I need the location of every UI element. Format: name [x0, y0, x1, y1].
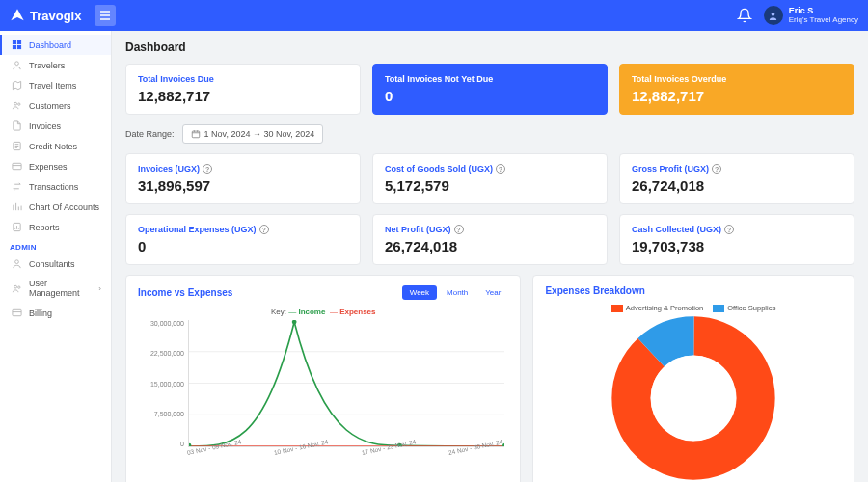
brand-logo[interactable]: Travogix: [10, 8, 81, 23]
chevron-right-icon: ›: [98, 284, 101, 293]
sidebar-item-consultants[interactable]: Consultants: [0, 254, 111, 274]
sidebar: Dashboard Travelers Travel Items Custome…: [0, 31, 112, 482]
svg-point-7: [18, 103, 20, 105]
income-vs-expenses-card: Income vs Expenses Week Month Year Key: …: [125, 275, 521, 482]
x-axis-labels: 03 Nov - 09 Nov, 24 10 Nov - 16 Nov, 24 …: [188, 449, 504, 465]
sidebar-label: Credit Notes: [29, 142, 77, 151]
grid-icon: [12, 40, 22, 50]
sidebar-item-billing[interactable]: Billing: [0, 303, 111, 323]
svg-rect-2: [17, 40, 20, 43]
brand-icon: [10, 8, 25, 23]
hamburger-icon: [99, 11, 111, 20]
help-icon[interactable]: ?: [496, 164, 505, 174]
chart-legend: Key: — Income — Expenses: [138, 308, 508, 316]
menu-toggle-button[interactable]: [95, 5, 116, 26]
note-icon: [12, 141, 22, 151]
chart-title: Expenses Breakdown: [545, 285, 644, 296]
swap-icon: [12, 181, 22, 192]
sidebar-item-travelers[interactable]: Travelers: [0, 55, 111, 75]
sidebar-item-expenses[interactable]: Expenses: [0, 156, 111, 176]
topbar: Travogix Eric S Eriq's Travel Agency: [0, 0, 868, 31]
donut-legend: Advertising & Promotion Office Supplies: [545, 304, 842, 312]
chart-tab-year[interactable]: Year: [477, 285, 508, 300]
card-value: 5,172,579: [385, 177, 595, 194]
sidebar-section-admin: ADMIN: [0, 237, 111, 254]
sidebar-item-invoices[interactable]: Invoices: [0, 116, 111, 136]
main-content: Dashboard Total Invoices Due 12,882,717 …: [112, 31, 868, 482]
chart-title: Income vs Expenses: [138, 287, 232, 298]
svg-point-13: [18, 285, 20, 287]
sidebar-item-travel-items[interactable]: Travel Items: [0, 75, 111, 95]
date-range-row: Date Range: 1 Nov, 2024 → 30 Nov, 2024: [125, 124, 854, 144]
card-invoices: Invoices (UGX)?31,896,597: [125, 153, 361, 204]
chart-icon: [12, 201, 22, 212]
sidebar-item-customers[interactable]: Customers: [0, 95, 111, 116]
sidebar-label: Chart Of Accounts: [29, 202, 99, 212]
card-label: Total Invoices Due: [138, 74, 348, 84]
avatar: [764, 6, 783, 25]
sidebar-label: User Management: [29, 279, 92, 298]
svg-point-19: [189, 443, 191, 446]
sidebar-item-dashboard[interactable]: Dashboard: [0, 35, 111, 55]
file-icon: [12, 120, 22, 131]
svg-point-11: [15, 260, 19, 264]
donut-chart: [545, 316, 842, 480]
sidebar-item-credit-notes[interactable]: Credit Notes: [0, 136, 111, 156]
help-icon[interactable]: ?: [712, 164, 721, 174]
card-label: Operational Expenses (UGX): [138, 225, 257, 234]
card-value: 26,724,018: [385, 238, 595, 254]
user-menu[interactable]: Eric S Eriq's Travel Agency: [764, 6, 858, 25]
card-value: 26,724,018: [632, 177, 842, 194]
help-icon[interactable]: ?: [454, 225, 464, 234]
svg-rect-1: [13, 40, 15, 43]
sidebar-label: Transactions: [29, 182, 78, 192]
help-icon[interactable]: ?: [724, 225, 734, 234]
card-label: Cost of Goods Sold (UGX): [385, 164, 493, 174]
sidebar-label: Billing: [29, 308, 52, 318]
notifications-icon[interactable]: [737, 8, 752, 23]
card-total-invoices-due: Total Invoices Due 12,882,717: [125, 64, 361, 115]
sidebar-item-user-management[interactable]: User Management›: [0, 274, 111, 303]
card-label: Net Profit (UGX): [385, 225, 451, 234]
calendar-icon: [191, 129, 201, 139]
svg-point-20: [292, 320, 297, 324]
date-range-label: Date Range:: [125, 129, 175, 139]
card-op-expenses: Operational Expenses (UGX)?0: [125, 214, 361, 265]
svg-point-12: [14, 285, 17, 288]
chart-tab-month[interactable]: Month: [439, 285, 475, 300]
card-label: Invoices (UGX): [138, 164, 200, 174]
card-value: 12,882,717: [632, 88, 842, 104]
card-label: Gross Profit (UGX): [632, 164, 709, 174]
card-icon: [12, 308, 22, 318]
sidebar-label: Invoices: [29, 121, 61, 131]
card-label: Total Invoices Overdue: [632, 74, 842, 84]
user-icon: [12, 258, 22, 269]
sidebar-item-reports[interactable]: Reports: [0, 217, 111, 237]
chart-tab-week[interactable]: Week: [402, 285, 437, 300]
sidebar-item-chart-of-accounts[interactable]: Chart Of Accounts: [0, 197, 111, 217]
help-icon[interactable]: ?: [203, 164, 212, 174]
card-value: 31,896,597: [138, 177, 348, 194]
svg-point-0: [772, 12, 775, 15]
date-range-value: 1 Nov, 2024 → 30 Nov, 2024: [204, 129, 315, 139]
svg-rect-4: [17, 45, 20, 48]
sidebar-label: Expenses: [29, 162, 68, 172]
card-label: Cash Collected (UGX): [632, 225, 721, 234]
brand-text: Travogix: [30, 9, 81, 23]
sidebar-label: Customers: [29, 101, 71, 111]
svg-rect-15: [192, 131, 200, 138]
card-value: 0: [138, 238, 348, 254]
user-icon: [12, 60, 22, 70]
card-value: 0: [385, 88, 595, 104]
card-gross-profit: Gross Profit (UGX)?26,724,018: [619, 153, 854, 204]
page-title: Dashboard: [125, 40, 854, 54]
sidebar-label: Travel Items: [29, 81, 76, 91]
sidebar-item-transactions[interactable]: Transactions: [0, 176, 111, 197]
card-net-profit: Net Profit (UGX)?26,724,018: [372, 214, 608, 265]
svg-point-25: [651, 355, 737, 441]
user-org: Eriq's Travel Agency: [789, 16, 858, 25]
help-icon[interactable]: ?: [259, 225, 269, 234]
users-icon: [12, 283, 22, 294]
card-total-invoices-not-yet-due: Total Invoices Not Yet Due 0: [372, 64, 608, 115]
date-range-picker[interactable]: 1 Nov, 2024 → 30 Nov, 2024: [182, 124, 324, 144]
